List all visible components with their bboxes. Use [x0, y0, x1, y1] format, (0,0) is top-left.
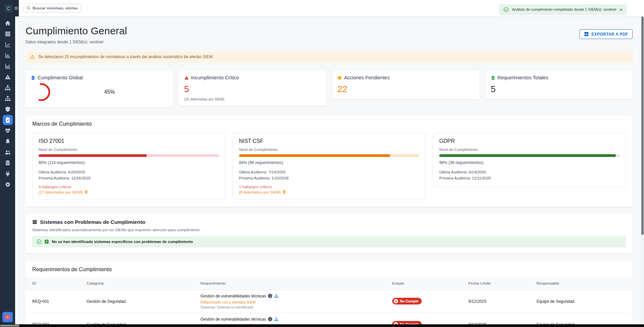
next-audit: Próxima Auditoría: 12/26/2025	[39, 175, 219, 181]
vertical-scrollbar-thumb[interactable]	[641, 16, 644, 235]
sidebar-item-servers[interactable]	[3, 29, 13, 39]
sidebar-item-home[interactable]	[3, 18, 13, 28]
sidebar-item-alerts[interactable]	[3, 72, 13, 82]
col-status: Estado	[392, 281, 468, 285]
col-owner: Responsable	[537, 281, 626, 285]
siem-detected-label: (8 detectados por SIEM)	[239, 190, 281, 194]
page-title: Cumplimiento General	[26, 25, 127, 37]
siem-warning-banner: Se detectaron 25 incumplimientos de norm…	[26, 51, 633, 63]
heart-pulse-icon	[5, 128, 11, 134]
stat-label: Cumplimiento Global	[38, 75, 83, 80]
svg-text:PDF: PDF	[585, 34, 588, 35]
sidebar-item-reports[interactable]	[3, 61, 13, 71]
devtools-button[interactable]	[2, 312, 13, 322]
search-input[interactable]	[33, 6, 78, 10]
stat-caption: (25 detectadas por SIEM)	[184, 97, 321, 101]
sidebar-nav	[0, 16, 15, 324]
export-pdf-button[interactable]: PDF EXPORTAR A PDF	[580, 29, 633, 39]
req-name: Gestión de vulnerabilidades técnicas	[200, 317, 266, 322]
server-icon	[5, 31, 11, 37]
last-audit: Última Auditoría: 6/29/2025	[39, 169, 219, 175]
col-requirement: Requerimiento	[200, 281, 392, 285]
gear-icon	[5, 181, 11, 188]
progress-fill	[439, 154, 616, 157]
check-circle-icon	[37, 239, 42, 244]
sidebar-item-security[interactable]	[3, 104, 13, 114]
critical-findings: 4 hallazgos críticos	[39, 185, 219, 189]
sidebar-item-settings[interactable]	[3, 179, 13, 190]
plug-icon	[5, 171, 11, 177]
atom-icon	[3, 313, 12, 321]
frameworks-section: Marcos de Cumplimiento ISO 27001 Nivel d…	[26, 115, 633, 207]
framework-card-nist-csf: NIST CSF Nivel de Cumplimiento 84% (98 r…	[233, 133, 426, 200]
clipboard-check-icon	[31, 76, 35, 80]
line-chart-icon	[5, 42, 11, 48]
database-icon	[282, 190, 286, 194]
server-icon	[32, 219, 37, 224]
horizontal-scrollbar-thumb[interactable]	[0, 325, 19, 327]
toast-notification: Análisis de cumplimiento completado desd…	[500, 4, 627, 14]
sitemap-icon[interactable]	[274, 317, 278, 321]
sidebar-item-users[interactable]	[3, 147, 13, 157]
sidebar-item-data-sources[interactable]	[3, 158, 13, 168]
req-id: REQ-001	[32, 299, 87, 304]
users-icon	[5, 149, 11, 155]
stat-value: 5	[491, 84, 628, 94]
bar-chart-icon	[5, 52, 11, 58]
req-category: Gestión de Seguridad	[87, 299, 200, 304]
framework-card-iso27001: ISO 27001 Nivel de Cumplimiento 60% (114…	[32, 133, 225, 200]
sidebar-item-notifications[interactable]	[3, 136, 13, 147]
hamburger-icon	[14, 6, 18, 10]
stat-label: Acciones Pendientes	[344, 75, 389, 80]
progress-fill	[39, 154, 147, 157]
progress-fill	[239, 154, 390, 157]
stats-row: Cumplimiento Global 45% Incumplimiento C…	[26, 71, 633, 107]
systems-empty-state: ✓ No se han identificado sistemas especí…	[32, 236, 626, 247]
col-deadline: Fecha Límite	[468, 281, 537, 285]
next-audit: Próxima Auditoría: 12/11/2025	[439, 175, 619, 181]
sidebar-item-health[interactable]	[3, 126, 13, 136]
stat-label: Incumplimiento Crítico	[191, 75, 239, 80]
sitemap-icon	[5, 85, 11, 91]
progress-bar	[239, 154, 419, 157]
green-checkbox-icon: ✓	[45, 240, 49, 244]
stat-label: Requerimientos Totales	[498, 75, 548, 80]
warning-triangle-icon	[184, 76, 189, 80]
systems-section: Sistemas con Problemas de Cumplimiento S…	[26, 214, 633, 253]
req-name: Gestión de vulnerabilidades técnicas	[200, 294, 266, 298]
sidebar-item-network[interactable]	[3, 93, 13, 104]
req-owner: Equipo de Seguridad	[537, 299, 626, 304]
circle-x-icon	[394, 299, 398, 303]
requirements-section: Requerimientos de Cumplimiento ID Catego…	[26, 261, 633, 324]
database-icon	[84, 190, 88, 194]
menu-toggle-button[interactable]	[14, 6, 18, 10]
info-icon[interactable]: i	[268, 317, 272, 321]
sidebar-item-topology[interactable]	[3, 83, 13, 93]
export-pdf-label: EXPORTAR A PDF	[591, 32, 628, 37]
sidebar-item-compliance[interactable]	[3, 115, 13, 125]
warning-triangle-icon	[30, 54, 35, 59]
req-systems: Sistemas: Sistema no identificado	[200, 305, 392, 309]
progress-bar	[39, 154, 219, 157]
sidebar-item-trends[interactable]	[3, 40, 13, 50]
framework-level-label: Nivel de Cumplimiento	[439, 148, 619, 152]
app-logo[interactable]: C	[5, 4, 13, 12]
search-icon	[27, 6, 31, 10]
vertical-scrollbar[interactable]	[641, 16, 644, 324]
database-icon	[5, 160, 11, 166]
last-audit: Última Auditoría: 7/14/2025	[239, 169, 419, 175]
framework-name: ISO 27001	[39, 138, 219, 144]
sidebar-item-metrics[interactable]	[3, 50, 13, 60]
info-icon[interactable]: i	[268, 294, 272, 298]
sitemap-icon[interactable]	[274, 294, 278, 298]
page-subtitle: Datos integrados desde 1 SIEM(s): sentin…	[26, 40, 127, 44]
search-box[interactable]	[24, 4, 81, 12]
shield-icon	[5, 106, 11, 112]
siem-detected-label: (17 detectados por SIEM)	[39, 190, 83, 194]
sidebar-item-integrations[interactable]	[3, 169, 13, 179]
toast-close-icon[interactable]: ×	[619, 7, 623, 12]
stat-card-total: Requerimientos Totales 5	[486, 71, 633, 99]
framework-card-gdpr: GDPR Nivel de Cumplimiento 98% (36 reque…	[433, 133, 626, 187]
stat-card-pending: Acciones Pendientes 22	[332, 71, 479, 99]
requirements-table: ID Categoría Requerimiento Estado Fecha …	[26, 277, 633, 324]
